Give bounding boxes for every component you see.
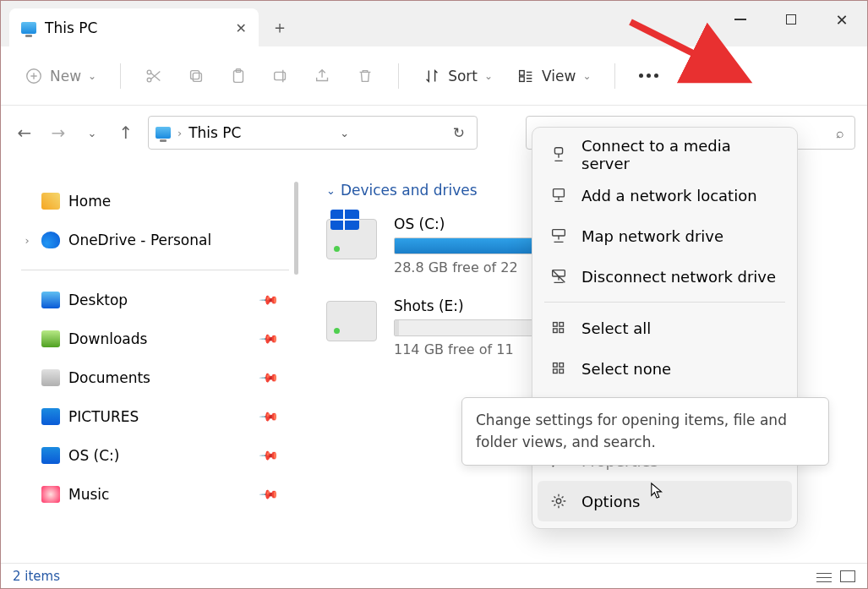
navigation-pane: Home › OneDrive - Personal Desktop📌 Down… xyxy=(1,156,301,563)
svg-rect-20 xyxy=(554,369,558,374)
chevron-down-icon: ⌄ xyxy=(326,184,336,197)
more-icon xyxy=(639,74,658,78)
select-all-icon xyxy=(549,319,568,337)
minimize-button[interactable] xyxy=(715,1,766,38)
tab-this-pc[interactable]: This PC ✕ xyxy=(9,8,259,47)
address-bar[interactable]: › This PC ⌄ ↻ xyxy=(148,116,478,150)
view-icon xyxy=(516,67,535,85)
maximize-button[interactable] xyxy=(766,1,816,38)
drive-icon xyxy=(326,301,377,341)
sidebar-item-os-drive[interactable]: OS (C:)📌 xyxy=(21,436,289,475)
chevron-down-icon: ⌄ xyxy=(582,70,591,82)
chevron-right-icon: › xyxy=(177,127,182,139)
select-none-icon xyxy=(549,359,568,378)
sort-icon xyxy=(423,67,441,85)
new-tab-button[interactable]: ＋ xyxy=(259,8,301,46)
menu-connect-media-server[interactable]: Connect to a media server xyxy=(538,134,792,175)
svg-rect-11 xyxy=(554,189,565,197)
pin-icon[interactable]: 📌 xyxy=(258,483,280,505)
svg-rect-18 xyxy=(554,363,558,368)
sidebar-item-pictures[interactable]: PICTURES📌 xyxy=(21,397,289,436)
close-window-button[interactable]: ✕ xyxy=(816,1,867,38)
more-menu: Connect to a media server Add a network … xyxy=(532,127,798,529)
scissors-icon xyxy=(145,67,163,85)
pictures-icon xyxy=(41,408,60,425)
menu-select-none[interactable]: Select none xyxy=(538,348,792,389)
menu-add-network-location[interactable]: Add a network location xyxy=(538,175,792,215)
copy-button[interactable] xyxy=(178,59,214,93)
monitor-icon xyxy=(156,127,171,139)
downloads-icon xyxy=(41,330,60,347)
svg-rect-17 xyxy=(560,329,564,333)
sidebar-item-documents[interactable]: Documents📌 xyxy=(21,358,289,397)
pin-icon[interactable]: 📌 xyxy=(258,444,280,466)
refresh-button[interactable]: ↻ xyxy=(448,124,470,141)
menu-select-all[interactable]: Select all xyxy=(538,308,792,348)
drive-icon xyxy=(326,219,377,259)
svg-rect-12 xyxy=(553,230,565,236)
menu-disconnect-network-drive[interactable]: Disconnect network drive xyxy=(538,256,792,297)
view-button[interactable]: View ⌄ xyxy=(508,59,599,93)
delete-button[interactable] xyxy=(347,59,383,93)
forward-button[interactable]: → xyxy=(46,123,70,143)
svg-rect-14 xyxy=(554,323,558,327)
sidebar-item-music[interactable]: Music📌 xyxy=(21,475,289,514)
back-button[interactable]: ← xyxy=(13,123,36,143)
pin-icon[interactable]: 📌 xyxy=(258,406,280,428)
tab-close-icon[interactable]: ✕ xyxy=(236,20,247,36)
up-button[interactable]: ↑ xyxy=(114,123,138,143)
chevron-right-icon[interactable]: › xyxy=(21,234,33,247)
window-controls: ✕ xyxy=(715,1,867,38)
svg-rect-15 xyxy=(560,323,564,327)
copy-icon xyxy=(187,67,205,85)
svg-rect-19 xyxy=(560,363,564,368)
more-button[interactable] xyxy=(631,59,667,93)
tab-title: This PC xyxy=(45,19,97,36)
monitor-icon xyxy=(21,22,36,34)
map-drive-icon xyxy=(549,226,568,245)
onedrive-icon xyxy=(41,232,60,248)
titlebar: This PC ✕ ＋ ✕ xyxy=(1,0,867,46)
svg-rect-4 xyxy=(191,70,199,79)
mouse-cursor xyxy=(650,482,665,500)
search-icon: ⌕ xyxy=(836,125,844,141)
svg-rect-16 xyxy=(554,329,558,333)
details-view-button[interactable] xyxy=(816,570,832,582)
sidebar-item-home[interactable]: Home xyxy=(21,182,289,221)
svg-rect-21 xyxy=(560,369,564,374)
paste-button[interactable] xyxy=(221,59,256,93)
rename-button[interactable] xyxy=(263,59,298,93)
clipboard-icon xyxy=(229,67,248,85)
svg-rect-7 xyxy=(275,72,286,79)
status-bar: 2 items xyxy=(1,563,867,588)
sort-button[interactable]: Sort ⌄ xyxy=(414,59,501,93)
breadcrumb[interactable]: This PC xyxy=(188,124,241,141)
chevron-down-icon: ⌄ xyxy=(484,70,493,82)
rename-icon xyxy=(271,67,290,85)
pin-icon[interactable]: 📌 xyxy=(258,328,280,350)
chevron-down-icon[interactable]: ⌄ xyxy=(340,127,349,139)
sidebar-item-desktop[interactable]: Desktop📌 xyxy=(21,281,289,319)
item-count: 2 items xyxy=(13,569,60,584)
cut-button[interactable] xyxy=(136,59,172,93)
pin-icon[interactable]: 📌 xyxy=(258,367,280,389)
svg-rect-3 xyxy=(193,73,201,81)
pin-icon[interactable]: 📌 xyxy=(258,289,280,311)
plus-circle-icon xyxy=(25,67,43,85)
sidebar-item-downloads[interactable]: Downloads📌 xyxy=(21,319,289,358)
scrollbar-thumb[interactable] xyxy=(294,182,298,275)
svg-rect-9 xyxy=(520,76,525,81)
drive-icon xyxy=(41,447,60,464)
menu-map-network-drive[interactable]: Map network drive xyxy=(538,215,792,256)
new-button[interactable]: New ⌄ xyxy=(16,59,105,93)
recent-locations-button[interactable]: ⌄ xyxy=(80,127,104,139)
disconnect-drive-icon xyxy=(549,267,568,286)
documents-icon xyxy=(41,369,60,386)
media-server-icon xyxy=(549,145,568,164)
trash-icon xyxy=(356,67,374,85)
tiles-view-button[interactable] xyxy=(840,570,855,582)
toolbar: New ⌄ Sort ⌄ View ⌄ xyxy=(1,46,867,106)
chevron-down-icon: ⌄ xyxy=(88,70,96,82)
share-button[interactable] xyxy=(305,59,341,93)
sidebar-item-onedrive[interactable]: › OneDrive - Personal xyxy=(21,221,289,259)
